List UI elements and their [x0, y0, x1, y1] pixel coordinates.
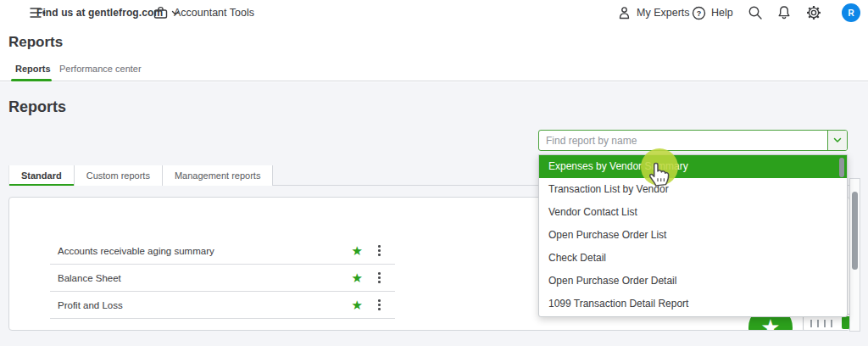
favorite-star-icon[interactable]: ★: [352, 265, 363, 292]
notifications-bell-icon[interactable]: [775, 0, 793, 25]
dropdown-option-open-purchase-order-list[interactable]: Open Purchase Order List: [539, 224, 847, 247]
dropdown-option-transaction-list-by-vendor[interactable]: Transaction List by Vendor: [539, 178, 847, 201]
page-title: Reports: [8, 34, 63, 51]
favorite-star-icon[interactable]: ★: [352, 292, 363, 319]
help-button[interactable]: ? Help: [692, 0, 733, 25]
svg-text:?: ?: [697, 8, 702, 17]
briefcase-icon: [153, 5, 169, 20]
favorite-star-icon[interactable]: ★: [352, 237, 363, 265]
star-icon: ★: [760, 316, 780, 331]
tab-management-reports[interactable]: Management reports: [163, 165, 274, 186]
find-report-input[interactable]: [539, 131, 826, 150]
my-experts-button[interactable]: My Experts: [617, 0, 690, 25]
combobox-dropdown-button[interactable]: [827, 131, 847, 150]
tab-performance-center[interactable]: Performance center: [59, 64, 142, 74]
primary-tab-bar: Reports Performance center: [0, 61, 868, 81]
section-title: Reports: [8, 98, 66, 116]
dropdown-option-1099-transaction-detail[interactable]: 1099 Transaction Detail Report: [539, 293, 847, 315]
active-tab-underline: [11, 79, 52, 81]
find-report-combobox: [538, 130, 848, 151]
top-navigation-bar: Find us at gentlefrog.com Accountant Too…: [0, 0, 868, 25]
my-experts-label: My Experts: [637, 7, 690, 19]
favorite-report-row: Profit and Loss ★: [50, 292, 395, 319]
help-label: Help: [711, 7, 733, 19]
tab-standard[interactable]: Standard: [8, 165, 75, 186]
accountant-tools-button[interactable]: Accountant Tools: [153, 0, 254, 25]
page-scrollbar-thumb[interactable]: [852, 192, 858, 270]
report-link-profit-and-loss[interactable]: Profit and Loss: [58, 292, 123, 319]
kebab-menu-icon[interactable]: [376, 244, 383, 257]
dropdown-option-check-detail[interactable]: Check Detail: [539, 247, 847, 270]
dropdown-scrollbar-thumb[interactable]: [839, 158, 844, 177]
settings-gear-icon[interactable]: [804, 0, 823, 25]
dropdown-option-open-purchase-order-detail[interactable]: Open Purchase Order Detail: [539, 270, 847, 293]
kebab-menu-icon[interactable]: [376, 271, 383, 284]
report-type-tabs: Standard Custom reports Management repor…: [8, 165, 273, 186]
dropdown-option-expenses-by-vendor-summary[interactable]: Expenses by Vendor Summary: [539, 155, 847, 178]
report-link-accounts-receivable[interactable]: Accounts receivable aging summary: [58, 237, 214, 265]
accountant-tools-label: Accountant Tools: [174, 7, 254, 19]
search-icon[interactable]: [746, 0, 765, 25]
user-avatar[interactable]: R: [842, 3, 860, 22]
tab-custom-reports[interactable]: Custom reports: [75, 165, 163, 186]
chevron-down-icon: [833, 137, 842, 143]
dropdown-option-vendor-contact-list[interactable]: Vendor Contact List: [539, 201, 847, 224]
avatar-initial: R: [848, 8, 854, 18]
report-suggestions-dropdown: Expenses by Vendor Summary Transaction L…: [538, 154, 848, 317]
help-question-icon: ?: [692, 6, 706, 20]
favorite-report-row: Balance Sheet ★: [50, 265, 395, 292]
hand-cursor-icon: [647, 159, 672, 187]
favorite-report-row: Accounts receivable aging summary ★: [50, 237, 395, 265]
report-link-balance-sheet[interactable]: Balance Sheet: [58, 265, 121, 292]
kebab-menu-icon[interactable]: [376, 299, 383, 311]
company-name: Find us at gentlefrog.com: [36, 7, 163, 19]
tab-reports[interactable]: Reports: [15, 64, 51, 74]
person-icon: [617, 5, 632, 20]
